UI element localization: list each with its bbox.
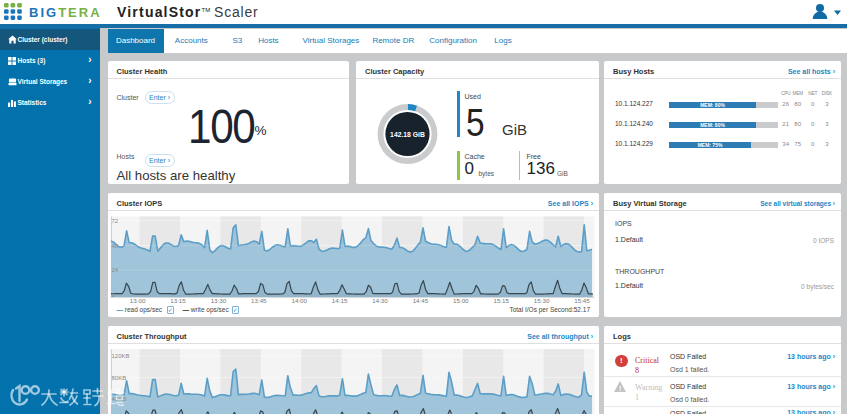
svg-text:14:45: 14:45 (412, 297, 428, 304)
svg-text:15:30: 15:30 (533, 297, 549, 304)
svg-text:142.18 GiB: 142.18 GiB (390, 131, 425, 138)
svg-text:48: 48 (111, 243, 118, 249)
svg-text:15:45: 15:45 (574, 297, 590, 304)
svg-text:14:30: 14:30 (372, 297, 388, 304)
svg-text:120KB: 120KB (111, 353, 129, 359)
svg-text:80KB: 80KB (111, 375, 126, 381)
svg-text:15:00: 15:00 (453, 297, 469, 304)
svg-text:13:30: 13:30 (210, 297, 226, 304)
svg-text:13:45: 13:45 (251, 297, 267, 304)
svg-text:13:00: 13:00 (129, 297, 145, 304)
svg-text:72: 72 (111, 218, 118, 224)
svg-text:14:15: 14:15 (331, 297, 347, 304)
svg-text:14:00: 14:00 (291, 297, 307, 304)
svg-text:13:15: 13:15 (170, 297, 186, 304)
svg-text:24: 24 (111, 267, 118, 273)
svg-text:15:15: 15:15 (493, 297, 509, 304)
